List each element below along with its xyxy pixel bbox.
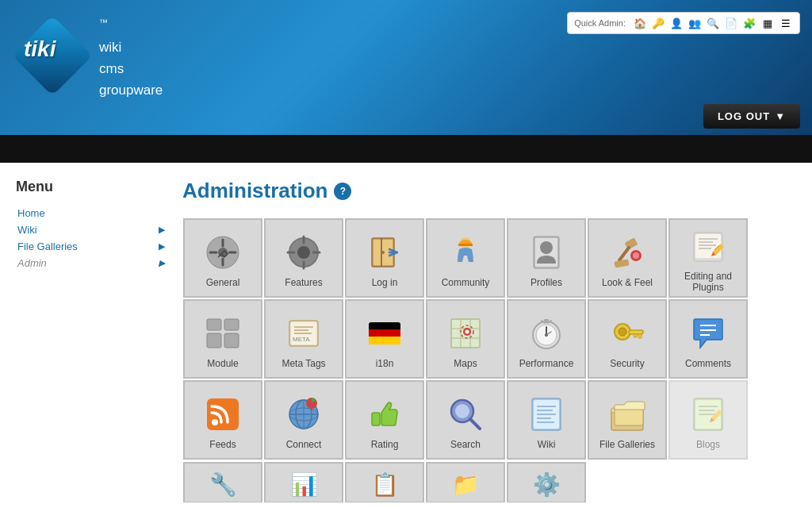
community-icon	[445, 232, 486, 273]
quick-admin-label: Quick Admin:	[574, 18, 626, 28]
group-icon[interactable]: 👥	[688, 16, 702, 30]
feeds-icon	[202, 394, 243, 435]
features-icon	[283, 232, 324, 273]
admin-search[interactable]: Search	[426, 380, 505, 460]
maps-icon	[445, 313, 486, 354]
admin-comments[interactable]: Comments	[668, 299, 748, 379]
admin-partial-1[interactable]: 🔧	[183, 462, 262, 502]
home-icon[interactable]: 🏠	[633, 16, 647, 30]
user-icon[interactable]: 👤	[669, 16, 684, 30]
svg-line-22	[619, 248, 629, 260]
plugin-icon[interactable]: 🧩	[742, 16, 756, 30]
svg-rect-80	[372, 413, 380, 425]
admin-editing[interactable]: Editing and Plugins	[668, 218, 748, 298]
svg-point-79	[312, 398, 316, 402]
svg-point-53	[465, 329, 469, 333]
filegalleries-arrow-icon: ▶	[159, 241, 165, 252]
wiki-arrow-icon: ▶	[159, 225, 165, 235]
module-icon	[202, 313, 243, 354]
svg-rect-65	[629, 330, 643, 334]
admin-metatags[interactable]: META Meta Tags	[264, 299, 343, 379]
i18n-icon	[364, 313, 405, 354]
admin-rating[interactable]: Rating	[345, 380, 424, 460]
quick-admin-bar: Quick Admin: 🏠 🔑 👤 👥 🔍 📄 🧩 ▦ ☰	[567, 12, 800, 34]
admin-features[interactable]: Features	[264, 218, 343, 298]
svg-point-20	[540, 241, 553, 254]
svg-point-15	[381, 251, 385, 254]
menu-icon[interactable]: ☰	[779, 16, 793, 30]
connect-icon	[283, 394, 324, 435]
admin-arrow-icon: ▶	[159, 258, 165, 268]
header: tiki ™ wiki cms groupware Quick Admin: 🏠…	[0, 0, 812, 135]
svg-rect-35	[207, 333, 221, 348]
sidebar-item-filegalleries[interactable]: File Galleries ▶	[16, 238, 167, 255]
admin-partial-2[interactable]: 📊	[264, 462, 343, 502]
svg-line-83	[470, 419, 480, 429]
sidebar-item-wiki[interactable]: Wiki ▶	[16, 221, 167, 238]
admin-community[interactable]: Community	[426, 218, 505, 298]
wiki2-icon	[526, 394, 567, 435]
admin-filegalleries2[interactable]: File Galleries	[588, 380, 667, 460]
comments-icon	[688, 313, 729, 354]
admin-section: Administration ?	[174, 179, 804, 502]
admin-module[interactable]: Module	[183, 299, 262, 379]
sidebar-title: Menu	[16, 179, 167, 195]
dropdown-arrow-icon: ▼	[775, 110, 786, 122]
profiles-icon	[526, 232, 567, 273]
admin-login[interactable]: Log in	[345, 218, 424, 298]
main-content: Menu Home Wiki ▶ File Galleries ▶ Admin …	[0, 163, 812, 508]
admin-security[interactable]: Security	[588, 299, 667, 379]
svg-rect-23	[614, 259, 629, 267]
general-icon	[202, 232, 243, 273]
svg-point-25	[633, 252, 639, 259]
admin-lookfeel[interactable]: Look & Feel	[588, 218, 667, 298]
security-icon	[607, 313, 648, 354]
login-icon	[364, 232, 405, 273]
svg-rect-66	[638, 334, 642, 338]
svg-rect-46	[369, 337, 400, 344]
icon-grid: General Features	[182, 217, 796, 460]
lookfeel-icon	[607, 232, 648, 273]
admin-i18n[interactable]: i18n	[345, 299, 424, 379]
header-right: Quick Admin: 🏠 🔑 👤 👥 🔍 📄 🧩 ▦ ☰ LOG OUT ▼	[567, 12, 800, 129]
admin-wiki2[interactable]: Wiki	[507, 380, 586, 460]
nav-bar	[0, 135, 812, 163]
admin-partial-4[interactable]: 📁	[426, 462, 505, 502]
sidebar-item-home[interactable]: Home	[16, 205, 167, 221]
logout-button[interactable]: LOG OUT ▼	[703, 104, 800, 129]
admin-title: Administration ?	[182, 179, 796, 203]
svg-rect-33	[207, 319, 221, 330]
svg-rect-21	[624, 237, 638, 250]
metatags-icon: META	[283, 313, 324, 354]
admin-connect[interactable]: Connect	[264, 380, 343, 460]
svg-rect-17	[458, 244, 473, 246]
admin-maps[interactable]: Maps	[426, 299, 505, 379]
grid-icon[interactable]: ▦	[760, 16, 775, 30]
admin-partial-3[interactable]: 📋	[345, 462, 424, 502]
svg-point-7	[297, 246, 310, 259]
admin-feeds[interactable]: Feeds	[183, 380, 262, 460]
admin-profiles[interactable]: Profiles	[507, 218, 586, 298]
svg-rect-36	[224, 333, 239, 348]
svg-rect-71	[207, 398, 239, 430]
admin-info-icon[interactable]: ?	[334, 183, 351, 200]
sidebar-item-admin[interactable]: Admin ▶	[16, 255, 167, 271]
filegalleries-icon	[607, 394, 648, 435]
key-icon[interactable]: 🔑	[651, 16, 665, 30]
admin-blogs[interactable]: Blogs	[668, 380, 748, 460]
admin-performance[interactable]: Performance	[507, 299, 586, 379]
svg-rect-67	[634, 334, 637, 337]
blogs-icon	[688, 394, 729, 435]
admin-partial-5[interactable]: ⚙️	[507, 462, 586, 502]
file-icon[interactable]: 📄	[724, 16, 738, 30]
svg-rect-27	[695, 234, 721, 258]
editing-icon	[688, 226, 729, 267]
svg-rect-34	[224, 319, 239, 330]
performance-icon	[526, 313, 567, 354]
search-icon2[interactable]: 🔍	[706, 16, 720, 30]
admin-general[interactable]: General	[183, 218, 262, 298]
svg-point-72	[212, 419, 218, 425]
rating-icon	[364, 394, 405, 435]
search-icon	[445, 394, 486, 435]
svg-text:META: META	[293, 336, 310, 343]
